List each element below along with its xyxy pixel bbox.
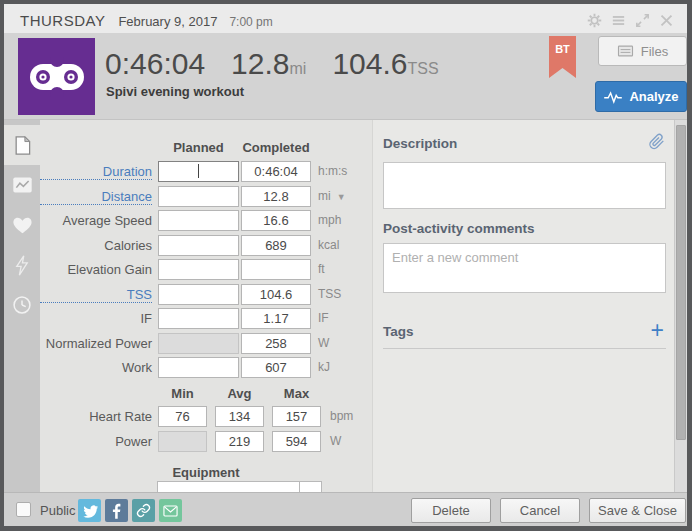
heart-rate-avg-input[interactable] xyxy=(215,406,264,427)
chart-icon xyxy=(12,176,33,194)
distance-unit: mi xyxy=(318,189,331,203)
min-column-header: Min xyxy=(158,386,207,401)
description-textarea[interactable] xyxy=(383,162,666,209)
avg-column-header: Avg xyxy=(215,386,264,401)
tss-planned-input[interactable] xyxy=(158,284,239,305)
if-completed-input[interactable] xyxy=(241,308,311,329)
power-avg-input[interactable] xyxy=(215,431,264,452)
summary-duration: 0:46:04 xyxy=(105,47,205,81)
power-label: Power xyxy=(40,431,152,452)
cancel-button[interactable]: Cancel xyxy=(500,498,580,523)
power-max-input[interactable] xyxy=(272,431,321,452)
sport-tile xyxy=(18,38,95,115)
completed-column-header: Completed xyxy=(241,140,311,155)
metrics-form: Planned Completed Duration h:m:s Distanc… xyxy=(40,120,372,492)
distance-label[interactable]: Distance xyxy=(40,186,152,205)
notes-panel: Description Post-activity comments Tags … xyxy=(372,120,674,492)
comments-header: Post-activity comments xyxy=(383,221,535,236)
workout-dialog: THURSDAY February 9, 2017 7:00 pm xyxy=(0,0,692,531)
normalized-power-label: Normalized Power xyxy=(40,333,152,354)
elevation-gain-planned-input[interactable] xyxy=(158,259,239,280)
facebook-icon[interactable] xyxy=(105,499,128,522)
expand-icon[interactable] xyxy=(634,12,651,29)
tss-label[interactable]: TSS xyxy=(40,284,152,303)
normalized-power-completed-input[interactable] xyxy=(241,333,311,354)
calories-planned-input[interactable] xyxy=(158,235,239,256)
waveform-icon xyxy=(603,89,623,105)
work-planned-input[interactable] xyxy=(158,357,239,378)
duration-unit: h:m:s xyxy=(318,161,347,182)
tss-row: TSS TSS xyxy=(40,284,372,306)
duration-label[interactable]: Duration xyxy=(40,161,152,180)
analyze-button-label: Analyze xyxy=(629,89,678,104)
calories-completed-input[interactable] xyxy=(241,235,311,256)
average-speed-completed-input[interactable] xyxy=(241,210,311,231)
tab-heart-rate[interactable] xyxy=(4,205,40,245)
scrollbar-thumb[interactable] xyxy=(676,125,686,440)
gear-icon[interactable] xyxy=(586,12,603,29)
distance-completed-input[interactable] xyxy=(241,186,311,207)
weekday-label: THURSDAY xyxy=(20,12,105,29)
distance-planned-input[interactable] xyxy=(158,186,239,207)
if-row: IF IF xyxy=(40,308,372,330)
heart-rate-row: Heart Rate bpm xyxy=(40,406,372,428)
tss-unit: TSS xyxy=(318,284,341,305)
duration-row: Duration h:m:s xyxy=(40,161,372,183)
if-label: IF xyxy=(40,308,152,329)
files-button-label: Files xyxy=(641,44,668,59)
save-close-button[interactable]: Save & Close xyxy=(589,498,686,523)
max-column-header: Max xyxy=(272,386,321,401)
add-tag-button[interactable]: + xyxy=(651,319,664,341)
summary-tss-unit: TSS xyxy=(407,60,438,78)
tab-power[interactable] xyxy=(4,245,40,285)
elevation-gain-unit: ft xyxy=(318,259,325,280)
clock-icon xyxy=(12,295,32,315)
public-label: Public xyxy=(40,503,75,518)
heart-rate-min-input[interactable] xyxy=(158,406,207,427)
vertical-scrollbar[interactable] xyxy=(674,120,687,492)
duration-completed-input[interactable] xyxy=(241,161,311,182)
summary-tss: 104.6 xyxy=(332,47,407,81)
normalized-power-unit: W xyxy=(318,333,329,354)
work-unit: kJ xyxy=(318,357,330,378)
comment-textarea[interactable] xyxy=(383,243,666,293)
calories-row: Calories kcal xyxy=(40,235,372,257)
files-button[interactable]: Files xyxy=(598,36,687,66)
work-label: Work xyxy=(40,357,152,378)
tss-completed-input[interactable] xyxy=(241,284,311,305)
work-row: Work kJ xyxy=(40,357,372,379)
analyze-button[interactable]: Analyze xyxy=(595,81,687,112)
elevation-gain-completed-input[interactable] xyxy=(241,259,311,280)
equipment-header: Equipment xyxy=(40,465,372,480)
average-speed-planned-input[interactable] xyxy=(158,210,239,231)
close-icon[interactable] xyxy=(658,12,675,29)
heart-rate-label: Heart Rate xyxy=(40,406,152,427)
work-completed-input[interactable] xyxy=(241,357,311,378)
workout-title: Spivi evening workout xyxy=(106,84,244,99)
heart-rate-max-input[interactable] xyxy=(272,406,321,427)
delete-button[interactable]: Delete xyxy=(411,498,491,523)
calories-label: Calories xyxy=(40,235,152,256)
elevation-gain-row: Elevation Gain ft xyxy=(40,259,372,281)
if-planned-input[interactable] xyxy=(158,308,239,329)
tab-charts[interactable] xyxy=(4,165,40,205)
hamburger-icon[interactable] xyxy=(610,12,627,29)
public-checkbox[interactable] xyxy=(16,502,31,517)
text-caret xyxy=(198,164,199,178)
window-controls xyxy=(586,12,675,29)
tab-summary[interactable] xyxy=(4,125,40,165)
distance-unit-dropdown-icon[interactable]: ▼ xyxy=(337,187,346,208)
twitter-icon[interactable] xyxy=(78,499,101,522)
summary-distance-unit: mi xyxy=(289,60,306,78)
paperclip-icon[interactable] xyxy=(648,132,666,152)
tab-time[interactable] xyxy=(4,285,40,325)
heart-icon xyxy=(12,216,33,235)
calories-unit: kcal xyxy=(318,235,339,256)
link-icon[interactable] xyxy=(132,499,155,522)
bt-badge: BT xyxy=(549,36,576,78)
description-header: Description xyxy=(383,136,457,151)
summary-stats: 0:46:04 12.8 mi 104.6 TSS xyxy=(105,47,439,81)
heart-rate-unit: bpm xyxy=(330,406,353,427)
email-icon[interactable] xyxy=(159,499,182,522)
dialog-footer: Public Delete Canc xyxy=(4,492,687,526)
